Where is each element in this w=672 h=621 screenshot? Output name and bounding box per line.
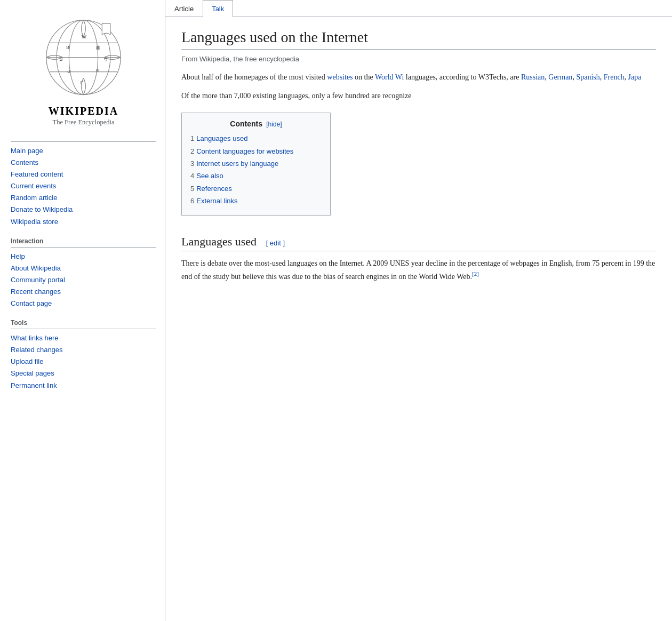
toc-title: Contents [hide] [190, 120, 322, 128]
section-languages-used-heading: Languages used [ edit ] [181, 235, 656, 251]
site-title: Wikipedia [11, 105, 156, 117]
tools-links: What links hereRelated changesUpload fil… [11, 332, 156, 391]
svg-text:中: 中 [96, 69, 100, 73]
logo-area: W И 維 Ω ウ ى 中 ि Wikipedia The Free Encyc… [11, 5, 156, 132]
section-edit-link: [ edit ] [266, 239, 285, 247]
sidebar-item-related-changes[interactable]: Related changes [11, 344, 156, 356]
sidebar: W И 維 Ω ウ ى 中 ि Wikipedia The Free Encyc… [0, 0, 165, 621]
article-body: About half of the homepages of the most … [181, 71, 656, 283]
toc-num: 6 [190, 197, 194, 205]
german-link[interactable]: German [548, 73, 572, 81]
tab-article[interactable]: Article [165, 0, 203, 17]
toc-link-2[interactable]: Content languages for websites [196, 147, 293, 155]
table-of-contents: Contents [hide] 1Languages used2Content … [181, 113, 331, 215]
toc-item-6: 6External links [190, 195, 322, 207]
toc-link-6[interactable]: External links [196, 197, 237, 205]
toc-num: 5 [190, 185, 194, 193]
sidebar-item-what-links-here[interactable]: What links here [11, 332, 156, 344]
toc-num: 3 [190, 160, 194, 168]
edit-link[interactable]: edit [270, 239, 281, 247]
toc-num: 1 [190, 134, 194, 142]
article-tagline: From Wikipedia, the free encyclopedia [181, 55, 656, 63]
svg-text:ि: ि [80, 81, 85, 85]
japanese-link[interactable]: Japa [628, 73, 642, 81]
svg-text:ウ: ウ [103, 57, 108, 62]
intro-paragraph-1: About half of the homepages of the most … [181, 71, 656, 83]
sidebar-tools-section: Tools What links hereRelated changesUplo… [11, 319, 156, 391]
tools-title: Tools [11, 319, 156, 327]
sidebar-interaction-section: Interaction HelpAbout WikipediaCommunity… [11, 237, 156, 309]
sidebar-item-help[interactable]: Help [11, 251, 156, 262]
sidebar-item-special-pages[interactable]: Special pages [11, 368, 156, 379]
toc-item-5: 5References [190, 182, 322, 195]
toc-num: 4 [190, 172, 194, 180]
sidebar-item-wikipedia-store[interactable]: Wikipedia store [11, 216, 156, 228]
sidebar-item-featured-content[interactable]: Featured content [11, 169, 156, 180]
interaction-links: HelpAbout WikipediaCommunity portalRecen… [11, 251, 156, 309]
sidebar-item-permanent-link[interactable]: Permanent link [11, 380, 156, 392]
main-content: Article Talk Languages used on the Inter… [165, 0, 672, 621]
sidebar-item-recent-changes[interactable]: Recent changes [11, 286, 156, 298]
section-heading-text: Languages used [181, 235, 257, 248]
sidebar-item-contents[interactable]: Contents [11, 157, 156, 169]
toc-hide-link[interactable]: hide [268, 121, 281, 128]
intro-paragraph-2: Of the more than 7,000 existing language… [181, 90, 656, 102]
toc-link-4[interactable]: See also [196, 172, 223, 180]
site-subtitle: The Free Encyclopedia [11, 118, 156, 126]
sidebar-item-community-portal[interactable]: Community portal [11, 274, 156, 286]
sidebar-item-about-wikipedia[interactable]: About Wikipedia [11, 262, 156, 274]
footnote-2[interactable]: [2] [472, 270, 479, 277]
russian-link[interactable]: Russian [521, 73, 545, 81]
sidebar-item-random-article[interactable]: Random article [11, 192, 156, 204]
tab-talk[interactable]: Talk [203, 0, 233, 17]
toc-link-3[interactable]: Internet users by language [196, 160, 278, 168]
toc-item-1: 1Languages used [190, 132, 322, 145]
toc-items: 1Languages used2Content languages for we… [190, 132, 322, 207]
svg-text:W: W [82, 34, 87, 40]
interaction-title: Interaction [11, 237, 156, 245]
content-area: Languages used on the Internet From Wiki… [165, 17, 672, 305]
spanish-link[interactable]: Spanish [576, 73, 599, 81]
sidebar-item-donate-to-wikipedia[interactable]: Donate to Wikipedia [11, 204, 156, 216]
toc-item-2: 2Content languages for websites [190, 145, 322, 157]
svg-text:Ω: Ω [60, 57, 63, 62]
toc-item-3: 3Internet users by language [190, 157, 322, 170]
tab-bar: Article Talk [165, 0, 672, 17]
wikipedia-logo: W И 維 Ω ウ ى 中 ि [42, 16, 125, 99]
sidebar-item-current-events[interactable]: Current events [11, 180, 156, 192]
french-link[interactable]: French [604, 73, 625, 81]
nav-links: Main pageContentsFeatured contentCurrent… [11, 145, 156, 228]
svg-text:И: И [66, 45, 69, 50]
section-paragraph-1: There is debate over the most-used langu… [181, 258, 656, 283]
sidebar-item-main-page[interactable]: Main page [11, 145, 156, 157]
toc-link-5[interactable]: References [196, 185, 231, 193]
article-title: Languages used on the Internet [181, 28, 656, 50]
svg-text:ى: ى [67, 68, 71, 73]
toc-num: 2 [190, 147, 194, 155]
toc-link-1[interactable]: Languages used [196, 134, 247, 142]
svg-text:維: 維 [95, 45, 100, 50]
sidebar-item-upload-file[interactable]: Upload file [11, 356, 156, 368]
websites-link[interactable]: websites [327, 73, 353, 81]
toc-item-4: 4See also [190, 170, 322, 182]
sidebar-nav-section: Main pageContentsFeatured contentCurrent… [11, 141, 156, 228]
world-wide-web-link[interactable]: World Wi [375, 73, 404, 81]
sidebar-item-contact-page[interactable]: Contact page [11, 298, 156, 309]
